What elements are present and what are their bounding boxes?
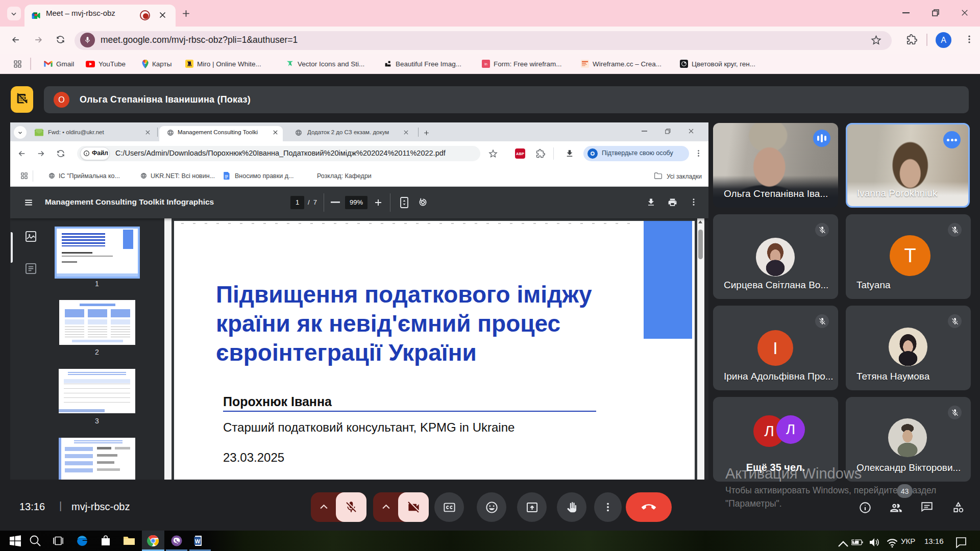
svg-text:W: W xyxy=(195,538,201,544)
svg-text:in: in xyxy=(484,62,487,66)
